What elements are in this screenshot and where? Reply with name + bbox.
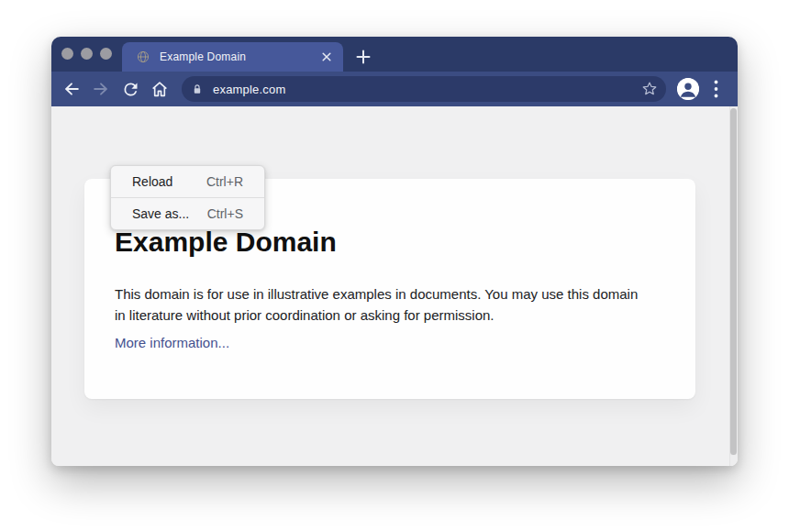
menu-item-save-as[interactable]: Save as... Ctrl+S — [111, 198, 264, 229]
address-bar[interactable]: example.com — [182, 76, 666, 102]
home-button[interactable] — [147, 76, 172, 102]
url-text[interactable]: example.com — [213, 83, 640, 96]
more-information-link[interactable]: More information... — [115, 335, 229, 350]
menu-item-label: Save as... — [132, 206, 189, 221]
lock-icon — [191, 83, 204, 95]
window-zoom-button[interactable] — [100, 48, 112, 60]
page-paragraph: This domain is for use in illustrative e… — [115, 283, 650, 326]
globe-favicon-icon — [137, 50, 150, 63]
context-menu: Reload Ctrl+R Save as... Ctrl+S — [110, 165, 265, 230]
desktop-background: Example Domain — [0, 0, 789, 532]
kebab-menu-icon[interactable] — [708, 79, 723, 99]
window-close-button[interactable] — [61, 48, 73, 60]
forward-button[interactable] — [88, 76, 114, 102]
menu-item-reload[interactable]: Reload Ctrl+R — [111, 166, 264, 197]
tab-title: Example Domain — [160, 50, 321, 63]
menu-item-shortcut: Ctrl+S — [207, 206, 243, 221]
new-tab-button[interactable] — [354, 48, 372, 66]
reload-button[interactable] — [117, 76, 143, 102]
browser-tab[interactable]: Example Domain — [122, 42, 343, 72]
back-button[interactable] — [59, 76, 84, 102]
traffic-lights — [61, 48, 112, 60]
window-minimize-button[interactable] — [81, 48, 93, 60]
page-scrollbar[interactable] — [729, 106, 738, 466]
page-title: Example Domain — [115, 227, 337, 258]
menu-item-shortcut: Ctrl+R — [206, 174, 243, 189]
reload-icon — [121, 80, 140, 99]
window-titlebar: Example Domain — [51, 37, 738, 72]
menu-item-label: Reload — [132, 174, 172, 189]
arrow-right-icon — [91, 79, 111, 99]
bookmark-star-icon[interactable] — [640, 80, 659, 98]
scrollbar-thumb[interactable] — [730, 108, 737, 455]
arrow-left-icon — [61, 79, 82, 99]
tab-close-icon[interactable] — [321, 51, 332, 62]
page-content: Example Domain This domain is for use in… — [51, 106, 738, 466]
plus-icon — [356, 50, 371, 64]
browser-toolbar: example.com — [51, 72, 738, 106]
profile-avatar-icon[interactable] — [677, 78, 699, 100]
browser-window: Example Domain — [51, 37, 738, 466]
home-icon — [150, 79, 170, 99]
